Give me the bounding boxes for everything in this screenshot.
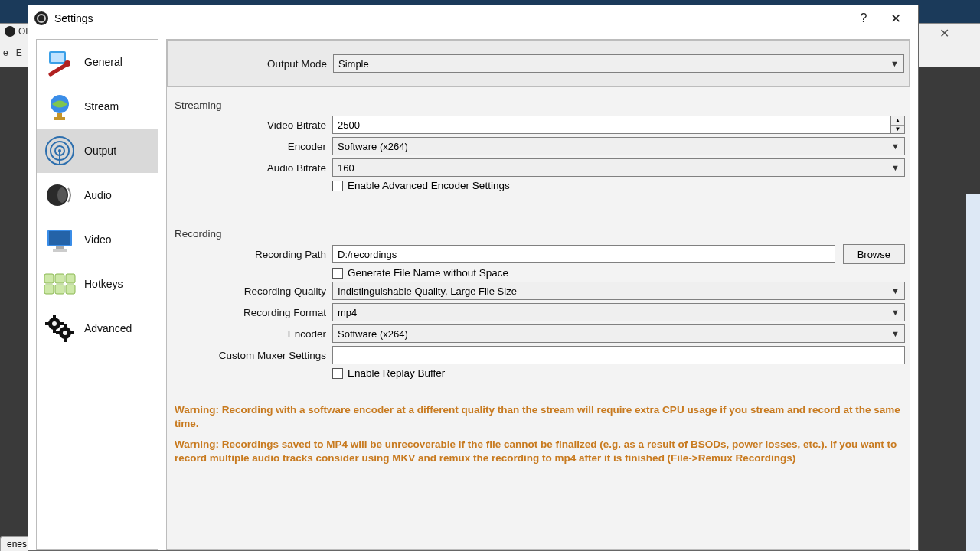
svg-rect-27 xyxy=(45,322,50,325)
output-mode-select[interactable]: Simple▼ xyxy=(333,54,904,73)
chevron-down-icon: ▼ xyxy=(891,286,900,295)
sidebar-item-video[interactable]: Video xyxy=(37,217,158,262)
svg-rect-14 xyxy=(49,231,70,245)
muxer-input[interactable] xyxy=(332,346,905,364)
recording-quality-select[interactable]: Indistinguishable Quality, Large File Si… xyxy=(332,282,905,300)
svg-rect-26 xyxy=(53,328,56,333)
speaker-icon xyxy=(41,177,78,214)
sidebar-item-audio[interactable]: Audio xyxy=(37,173,158,217)
globe-icon xyxy=(41,88,78,125)
chevron-down-icon: ▼ xyxy=(890,59,899,68)
dialog-title: Settings xyxy=(54,12,93,24)
svg-rect-29 xyxy=(64,324,67,328)
svg-rect-5 xyxy=(54,117,65,120)
chevron-down-icon: ▼ xyxy=(891,308,900,317)
svg-point-2 xyxy=(64,60,70,67)
svg-rect-30 xyxy=(64,337,67,342)
enable-adv-encoder-checkbox[interactable]: Enable Advanced Encoder Settings xyxy=(332,180,510,191)
svg-point-33 xyxy=(52,321,57,326)
svg-rect-20 xyxy=(44,285,54,294)
browse-button[interactable]: Browse xyxy=(843,244,905,264)
svg-rect-32 xyxy=(70,331,74,334)
settings-sidebar: General Stream Output Audio xyxy=(36,39,158,550)
sidebar-item-general[interactable]: General xyxy=(37,40,158,84)
wrench-icon xyxy=(41,44,78,80)
titlebar: Settings ? ✕ xyxy=(28,5,918,31)
warning-cpu: Warning: Recording with a software encod… xyxy=(175,403,902,430)
recording-format-label: Recording Format xyxy=(172,307,332,318)
svg-rect-15 xyxy=(56,246,64,249)
svg-rect-21 xyxy=(55,285,64,294)
text-cursor-icon xyxy=(619,348,619,362)
record-encoder-label: Encoder xyxy=(172,328,332,340)
settings-dialog: Settings ? ✕ General Stream xyxy=(28,5,919,551)
recording-format-select[interactable]: mp4▼ xyxy=(332,303,905,321)
audio-bitrate-label: Audio Bitrate xyxy=(172,162,332,174)
svg-point-34 xyxy=(63,331,67,335)
stream-encoder-select[interactable]: Software (x264)▼ xyxy=(332,137,905,155)
output-mode-box: Output Mode Simple▼ xyxy=(167,40,910,87)
video-bitrate-label: Video Bitrate xyxy=(172,119,332,131)
svg-point-12 xyxy=(57,187,67,203)
warning-mp4: Warning: Recordings saved to MP4 will be… xyxy=(175,438,902,465)
background-menu: e E xyxy=(3,47,22,58)
record-encoder-select[interactable]: Software (x264)▼ xyxy=(332,324,905,343)
help-button[interactable]: ? xyxy=(848,8,880,29)
svg-rect-25 xyxy=(53,315,56,319)
streaming-header: Streaming xyxy=(175,99,905,111)
app-icon xyxy=(34,11,48,25)
video-bitrate-input[interactable]: 2500 xyxy=(332,116,891,134)
svg-rect-1 xyxy=(51,53,64,62)
svg-rect-28 xyxy=(59,322,64,325)
muxer-label: Custom Muxer Settings xyxy=(172,350,332,361)
stream-encoder-label: Encoder xyxy=(172,141,332,152)
chevron-down-icon: ▼ xyxy=(891,163,900,172)
chevron-down-icon: ▼ xyxy=(891,329,900,338)
monitor-icon xyxy=(41,221,78,258)
recording-quality-label: Recording Quality xyxy=(172,285,332,297)
keyboard-icon xyxy=(41,266,78,302)
recording-header: Recording xyxy=(175,228,905,240)
svg-rect-19 xyxy=(66,274,75,283)
broadcast-icon xyxy=(41,132,78,169)
close-button[interactable]: ✕ xyxy=(880,8,912,29)
sidebar-item-advanced[interactable]: Advanced xyxy=(37,306,158,350)
sidebar-item-output[interactable]: Output xyxy=(37,129,158,173)
output-mode-label: Output Mode xyxy=(172,58,333,70)
sidebar-item-stream[interactable]: Stream xyxy=(37,84,158,129)
gen-filename-checkbox[interactable]: Generate File Name without Space xyxy=(332,267,508,279)
svg-rect-17 xyxy=(44,274,54,283)
svg-rect-22 xyxy=(66,285,75,294)
audio-bitrate-select[interactable]: 160▼ xyxy=(332,158,905,177)
background-close-icon[interactable]: ✕ xyxy=(939,26,949,41)
recording-path-label: Recording Path xyxy=(172,249,332,260)
svg-rect-18 xyxy=(55,274,64,283)
replay-buffer-checkbox[interactable]: Enable Replay Buffer xyxy=(332,367,445,379)
sidebar-item-hotkeys[interactable]: Hotkeys xyxy=(37,262,158,306)
video-bitrate-spinner[interactable]: ▲▼ xyxy=(891,116,905,134)
svg-rect-31 xyxy=(56,331,60,334)
svg-rect-16 xyxy=(53,249,67,252)
recording-path-input[interactable]: D:/recordings xyxy=(332,245,835,263)
settings-content: Output Mode Simple▼ Streaming Video Bitr… xyxy=(166,39,910,550)
chevron-down-icon: ▼ xyxy=(891,142,900,151)
gears-icon xyxy=(41,310,78,347)
background-right-panel xyxy=(966,194,980,551)
